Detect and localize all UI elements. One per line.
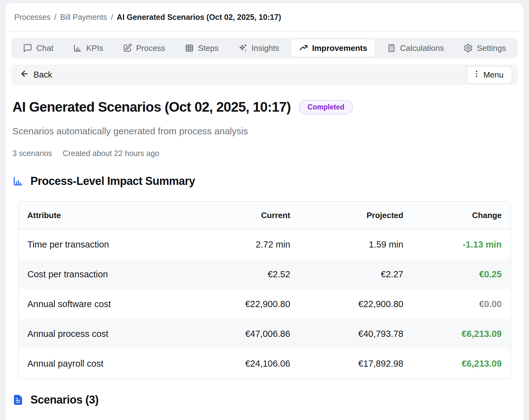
projected-cell: 1.59 min [299, 229, 412, 259]
column-header-projected: Projected [299, 202, 412, 229]
calculator-icon [387, 43, 396, 53]
table-grid-icon [185, 43, 194, 53]
projected-cell: €2.27 [299, 259, 412, 289]
change-cell: €6,213.09 [412, 319, 510, 349]
attribute-cell: Annual payroll cost [19, 349, 201, 378]
edit-square-icon [123, 43, 132, 53]
chat-bubble-icon [23, 43, 32, 53]
current-cell: €22,900.80 [201, 289, 299, 319]
breadcrumb: Processes / Bill Payments / AI Generated… [6, 3, 523, 32]
created-time: Created about 22 hours ago [63, 149, 159, 158]
main-card: Processes / Bill Payments / AI Generated… [6, 3, 523, 420]
table-row: Annual payroll cost €24,106.06 €17,892.9… [19, 349, 510, 378]
tab-bar: Chat KPIs Process Steps Insights Improve… [11, 38, 518, 58]
tab-label: Calculations [400, 43, 444, 53]
breadcrumb-link-bill-payments[interactable]: Bill Payments [60, 13, 107, 22]
tab-label: KPIs [86, 43, 103, 53]
breadcrumb-separator: / [54, 13, 57, 22]
status-badge: Completed [299, 100, 353, 114]
attribute-cell: Annual process cost [19, 319, 201, 349]
column-header-attribute: Attribute [19, 202, 201, 229]
attribute-cell: Cost per transaction [19, 259, 201, 289]
page-content: AI Generated Scenarios (Oct 02, 2025, 10… [6, 99, 523, 420]
change-cell: €6,213.09 [412, 349, 510, 378]
back-arrow-icon [20, 69, 29, 81]
impact-summary-table: Attribute Current Projected Change Time … [18, 201, 511, 379]
page-subtitle: Scenarios automatically generated from p… [12, 126, 517, 136]
meta-row: 3 scenarios Created about 22 hours ago [12, 149, 517, 158]
tab-label: Settings [477, 43, 506, 53]
scenario-count: 3 scenarios [12, 149, 52, 158]
attribute-cell: Time per transaction [19, 229, 201, 259]
back-label: Back [34, 70, 52, 80]
change-cell: -1.13 min [412, 229, 510, 259]
sparkles-icon [238, 43, 247, 53]
breadcrumb-separator: / [111, 13, 113, 22]
tab-steps[interactable]: Steps [177, 39, 226, 57]
current-cell: €24,106.06 [201, 349, 299, 378]
impact-summary-heading: Process-Level Impact Summary [30, 175, 195, 188]
trend-up-icon [299, 43, 308, 53]
tab-chat[interactable]: Chat [16, 39, 61, 57]
tab-label: Chat [36, 43, 53, 53]
scenarios-heading: Scenarios (3) [30, 393, 99, 406]
projected-cell: €22,900.80 [299, 289, 412, 319]
tab-label: Insights [251, 43, 279, 53]
tab-calculations[interactable]: Calculations [379, 39, 452, 57]
menu-button[interactable]: Menu [467, 66, 512, 84]
kebab-menu-icon [472, 69, 481, 80]
document-icon [12, 394, 24, 405]
projected-cell: €40,793.78 [299, 319, 412, 349]
current-cell: €2.52 [201, 259, 299, 289]
menu-label: Menu [483, 70, 504, 80]
page-title: AI Generated Scenarios (Oct 02, 2025, 10… [12, 99, 291, 115]
table-row: Time per transaction 2.72 min 1.59 min -… [19, 229, 510, 259]
gear-icon [463, 43, 473, 53]
scenarios-section: Scenarios (3) [12, 393, 517, 406]
breadcrumb-current: AI Generated Scenarios (Oct 02, 2025, 10… [117, 13, 281, 22]
column-header-change: Change [412, 202, 510, 229]
tab-process[interactable]: Process [115, 39, 173, 57]
tab-insights[interactable]: Insights [231, 39, 287, 57]
attribute-cell: Annual software cost [19, 289, 201, 319]
table-row: Cost per transaction €2.52 €2.27 €0.25 [19, 259, 510, 289]
breadcrumb-link-processes[interactable]: Processes [14, 13, 51, 22]
current-cell: €47,006.86 [201, 319, 299, 349]
bar-chart-icon [12, 176, 24, 187]
tab-kpis[interactable]: KPIs [66, 39, 111, 57]
impact-summary-section: Process-Level Impact Summary [12, 175, 517, 188]
tab-label: Steps [198, 43, 219, 53]
back-button[interactable]: Back [20, 69, 52, 81]
tab-label: Improvements [312, 43, 367, 53]
current-cell: 2.72 min [201, 229, 299, 259]
toolbar: Back Menu [11, 65, 518, 85]
column-header-current: Current [201, 202, 299, 229]
tab-improvements[interactable]: Improvements [291, 39, 375, 57]
change-cell: €0.25 [412, 259, 510, 289]
tab-settings[interactable]: Settings [456, 39, 513, 57]
tab-label: Process [136, 43, 165, 53]
table-row: Annual software cost €22,900.80 €22,900.… [19, 289, 510, 319]
change-cell: €0.00 [412, 289, 510, 319]
bar-chart-icon [73, 43, 82, 53]
table-header-row: Attribute Current Projected Change [19, 202, 510, 229]
projected-cell: €17,892.98 [299, 349, 412, 378]
table-row: Annual process cost €47,006.86 €40,793.7… [19, 319, 510, 349]
